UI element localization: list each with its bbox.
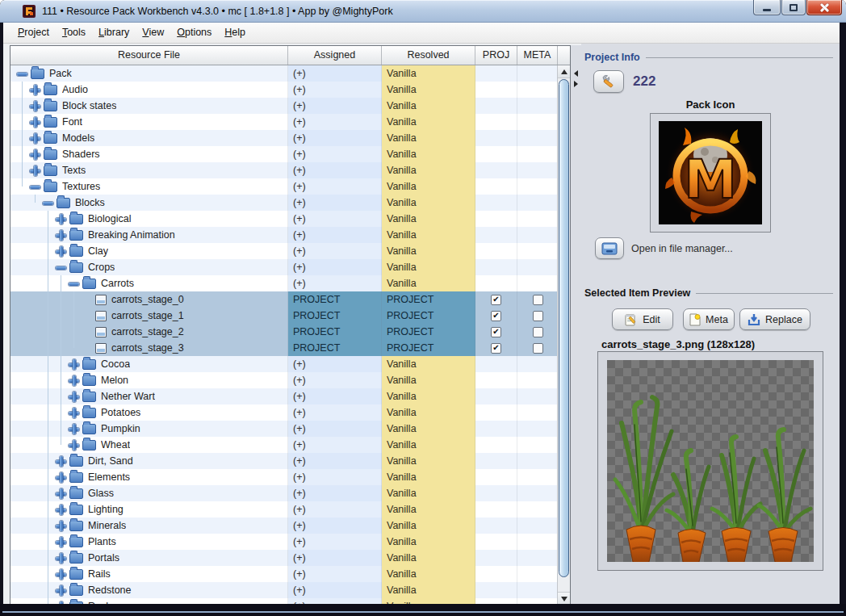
open-file-manager-button[interactable] bbox=[595, 237, 624, 259]
table-row[interactable]: Textures (+) Vanilla bbox=[10, 178, 570, 195]
column-header-resolved[interactable]: Resolved bbox=[382, 46, 475, 65]
table-row[interactable]: carrots_stage_3 PROJECT PROJECT bbox=[10, 340, 570, 356]
table-row[interactable]: Dirt, Sand (+) Vanilla bbox=[10, 453, 570, 469]
table-row[interactable]: Glass (+) Vanilla bbox=[10, 485, 570, 501]
tree-expander-icon[interactable] bbox=[30, 149, 40, 160]
table-row[interactable]: carrots_stage_0 PROJECT PROJECT bbox=[10, 291, 570, 308]
tree-expander-icon[interactable] bbox=[56, 214, 66, 224]
replace-button[interactable]: Replace bbox=[739, 308, 810, 330]
edit-button[interactable]: Edit bbox=[612, 308, 673, 330]
tree-expander-icon[interactable] bbox=[56, 569, 66, 580]
table-row[interactable]: Audio (+) Vanilla bbox=[10, 82, 570, 98]
table-row[interactable]: Shaders (+) Vanilla bbox=[10, 146, 570, 162]
tree-expander-icon[interactable] bbox=[56, 521, 66, 531]
project-settings-button[interactable] bbox=[593, 70, 624, 93]
table-row[interactable]: Redstone (+) Vanilla bbox=[10, 582, 570, 598]
tree-expander-icon[interactable] bbox=[56, 505, 66, 515]
column-header-assigned[interactable]: Assigned bbox=[288, 46, 382, 65]
tree-expander-icon[interactable] bbox=[56, 537, 66, 547]
tree-expander-icon[interactable] bbox=[30, 101, 40, 111]
minimize-button[interactable] bbox=[753, 0, 781, 15]
menu-item-project[interactable]: Project bbox=[11, 23, 56, 43]
meta-checkbox[interactable] bbox=[533, 295, 543, 305]
meta-button[interactable]: Meta bbox=[683, 308, 735, 330]
table-row[interactable]: Breaking Animation (+) Vanilla bbox=[10, 227, 570, 243]
table-row[interactable]: Rails (+) Vanilla bbox=[10, 566, 570, 582]
table-row[interactable]: Block states (+) Vanilla bbox=[10, 98, 570, 114]
split-divider[interactable] bbox=[571, 45, 581, 604]
table-row[interactable]: Lighting (+) Vanilla bbox=[10, 501, 570, 518]
tree-expander-icon[interactable] bbox=[69, 408, 79, 418]
table-row[interactable]: Cocoa (+) Vanilla bbox=[10, 356, 570, 372]
tree-expander-icon[interactable] bbox=[56, 262, 66, 273]
scroll-down-button[interactable] bbox=[558, 592, 570, 605]
table-row[interactable]: carrots_stage_1 PROJECT PROJECT bbox=[10, 308, 570, 324]
tree-expander-icon[interactable] bbox=[56, 488, 66, 499]
table-row[interactable]: Carrots (+) Vanilla bbox=[10, 275, 570, 291]
tree-expander-icon[interactable] bbox=[30, 85, 40, 95]
table-scrollbar[interactable] bbox=[557, 65, 570, 605]
column-header-proj[interactable]: PROJ bbox=[475, 46, 517, 65]
table-row[interactable]: Clay (+) Vanilla bbox=[10, 243, 570, 259]
resolved-cell: Vanilla bbox=[382, 582, 475, 598]
table-row[interactable]: Elements (+) Vanilla bbox=[10, 469, 570, 485]
collapse-right-icon[interactable] bbox=[574, 81, 578, 87]
scroll-up-button[interactable] bbox=[558, 65, 570, 78]
proj-checkbox[interactable] bbox=[491, 311, 501, 321]
table-row[interactable]: Nether Wart (+) Vanilla bbox=[10, 388, 570, 404]
tree-expander-icon[interactable] bbox=[30, 166, 40, 176]
meta-checkbox[interactable] bbox=[533, 311, 543, 321]
menu-item-tools[interactable]: Tools bbox=[56, 23, 92, 43]
table-row[interactable]: Rocks (+) Vanilla bbox=[10, 598, 570, 604]
table-row[interactable]: Font (+) Vanilla bbox=[10, 114, 570, 130]
tree-expander-icon[interactable] bbox=[43, 198, 53, 208]
tree-expander-icon[interactable] bbox=[69, 392, 79, 402]
tree-expander-icon[interactable] bbox=[56, 230, 66, 241]
tree-expander-icon[interactable] bbox=[69, 359, 79, 370]
tree-expander-icon[interactable] bbox=[56, 553, 66, 564]
proj-checkbox[interactable] bbox=[491, 327, 501, 337]
menu-item-help[interactable]: Help bbox=[218, 23, 252, 43]
column-header-resource-file[interactable]: Resource File bbox=[10, 46, 288, 65]
titlebar[interactable]: 111 • Resource Pack Workbench v4.3.0 • m… bbox=[0, 0, 846, 23]
tree-expander-icon[interactable] bbox=[56, 456, 66, 467]
table-row[interactable]: Melon (+) Vanilla bbox=[10, 372, 570, 388]
tree-expander-icon[interactable] bbox=[69, 375, 79, 386]
table-row[interactable]: Wheat (+) Vanilla bbox=[10, 437, 570, 453]
table-row[interactable]: Biological (+) Vanilla bbox=[10, 211, 570, 227]
menu-item-options[interactable]: Options bbox=[170, 23, 218, 43]
table-row[interactable]: Pack (+) Vanilla bbox=[10, 65, 570, 82]
table-row[interactable]: Texts (+) Vanilla bbox=[10, 162, 570, 178]
maximize-button[interactable] bbox=[781, 0, 806, 15]
table-row[interactable]: carrots_stage_2 PROJECT PROJECT bbox=[10, 324, 570, 340]
tree-expander-icon[interactable] bbox=[56, 472, 66, 483]
table-row[interactable]: Pumpkin (+) Vanilla bbox=[10, 421, 570, 437]
tree-expander-icon[interactable] bbox=[69, 279, 79, 289]
proj-checkbox[interactable] bbox=[491, 343, 501, 354]
column-header-meta[interactable]: META bbox=[517, 46, 558, 65]
meta-checkbox[interactable] bbox=[533, 327, 543, 337]
table-row[interactable]: Plants (+) Vanilla bbox=[10, 534, 570, 550]
scrollbar-thumb[interactable] bbox=[559, 79, 569, 577]
meta-cell bbox=[517, 291, 558, 308]
menu-item-library[interactable]: Library bbox=[92, 23, 136, 43]
tree-expander-icon[interactable] bbox=[30, 117, 40, 128]
tree-expander-icon[interactable] bbox=[56, 246, 66, 257]
close-button[interactable] bbox=[806, 0, 842, 15]
table-row[interactable]: Blocks (+) Vanilla bbox=[10, 195, 570, 211]
table-row[interactable]: Portals (+) Vanilla bbox=[10, 550, 570, 566]
tree-expander-icon[interactable] bbox=[30, 182, 40, 192]
tree-expander-icon[interactable] bbox=[69, 424, 79, 434]
meta-checkbox[interactable] bbox=[533, 343, 543, 354]
table-row[interactable]: Potatoes (+) Vanilla bbox=[10, 404, 570, 421]
table-row[interactable]: Minerals (+) Vanilla bbox=[10, 518, 570, 534]
tree-expander-icon[interactable] bbox=[17, 69, 27, 79]
tree-expander-icon[interactable] bbox=[30, 133, 40, 144]
table-row[interactable]: Models (+) Vanilla bbox=[10, 130, 570, 146]
collapse-left-icon[interactable] bbox=[574, 70, 578, 77]
table-row[interactable]: Crops (+) Vanilla bbox=[10, 259, 570, 275]
proj-checkbox[interactable] bbox=[491, 295, 501, 305]
menu-item-view[interactable]: View bbox=[136, 23, 170, 43]
tree-expander-icon[interactable] bbox=[69, 440, 79, 450]
tree-expander-icon[interactable] bbox=[56, 585, 66, 596]
